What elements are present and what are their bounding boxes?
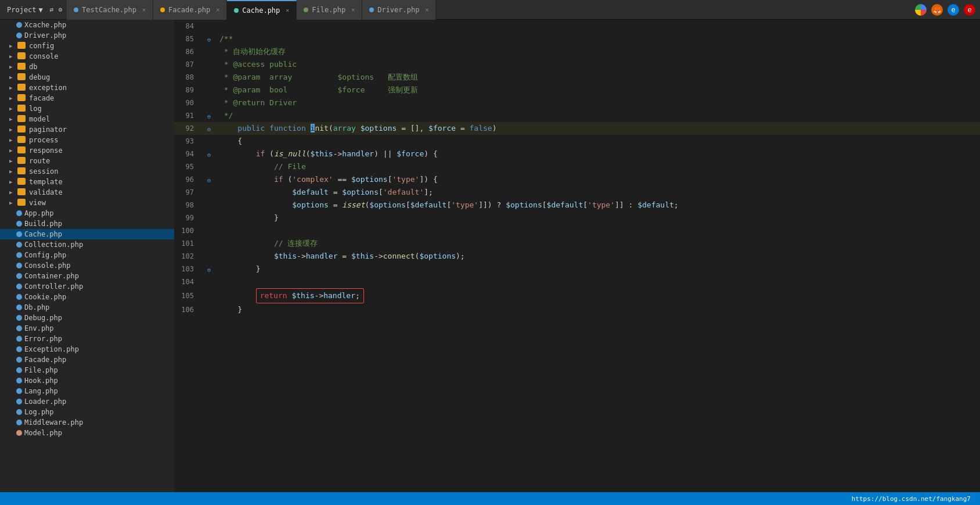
sidebar-label-middleware: Middleware.php — [24, 418, 83, 427]
sidebar-item-debug-file[interactable]: Debug.php — [0, 313, 174, 323]
fold-icon-91[interactable]: ⊖ — [207, 113, 211, 120]
fold-icon-85[interactable]: ⊖ — [207, 37, 211, 43]
sidebar-item-config[interactable]: ▶ config — [0, 41, 174, 51]
folder-arrow-route: ▶ — [9, 158, 17, 164]
sidebar-label-validate: validate — [29, 188, 63, 196]
sidebar-item-env[interactable]: Env.php — [0, 323, 174, 334]
tab-testcache[interactable]: TestCache.php ✕ — [67, 0, 153, 20]
sidebar-item-build[interactable]: Build.php — [0, 219, 174, 229]
tab-file[interactable]: File.php ✕ — [297, 0, 362, 20]
ie-icon: e — [964, 4, 975, 16]
sidebar-item-container[interactable]: Container.php — [0, 271, 174, 281]
sidebar-item-model[interactable]: ▶ model — [0, 114, 174, 124]
code-line-103: 103 ⊖ } — [174, 263, 980, 275]
folder-arrow-exception: ▶ — [9, 85, 17, 91]
file-dot-container — [16, 273, 22, 279]
sidebar-item-cookie[interactable]: Cookie.php — [0, 292, 174, 302]
folder-icon-process — [17, 136, 26, 143]
code-line-104: 104 — [174, 275, 980, 288]
sidebar-item-console-file[interactable]: Console.php — [0, 260, 174, 271]
sidebar-item-controller[interactable]: Controller.php — [0, 281, 174, 292]
sidebar-label-exception-file: Exception.php — [24, 345, 79, 353]
status-url: https://blog.csdn.net/fangkang7 — [852, 495, 971, 503]
tab-close-testcache[interactable]: ✕ — [142, 6, 146, 13]
fold-icon-92[interactable]: ⊖ — [207, 126, 211, 132]
tab-cache[interactable]: Cache.php ✕ — [227, 0, 297, 20]
fold-icon-96[interactable]: ⊖ — [207, 177, 211, 184]
sidebar-item-lang[interactable]: Lang.php — [0, 386, 174, 396]
sidebar-item-error[interactable]: Error.php — [0, 334, 174, 344]
sidebar-item-template[interactable]: ▶ template — [0, 177, 174, 187]
tab-close-cache[interactable]: ✕ — [286, 7, 289, 13]
file-dot-cookie — [16, 294, 22, 300]
sidebar-label-console: console — [29, 52, 59, 60]
sidebar-item-debug[interactable]: ▶ debug — [0, 72, 174, 83]
folder-arrow-db: ▶ — [9, 64, 17, 70]
sidebar-item-session[interactable]: ▶ session — [0, 166, 174, 177]
tab-close-driver[interactable]: ✕ — [425, 6, 428, 13]
file-dot-config — [16, 252, 22, 258]
sidebar-item-console[interactable]: ▶ console — [0, 51, 174, 62]
code-area[interactable]: 84 85 ⊖ /** 86 * 自动初始化缓存 — [174, 20, 980, 492]
sidebar-item-exception[interactable]: ▶ exception — [0, 83, 174, 93]
sidebar-item-db[interactable]: ▶ db — [0, 62, 174, 72]
sidebar-item-middleware[interactable]: Middleware.php — [0, 417, 174, 428]
file-dot-hook — [16, 378, 22, 384]
sidebar-label-route: route — [29, 157, 50, 165]
sidebar-item-file-file[interactable]: File.php — [0, 365, 174, 375]
tab-driver[interactable]: Driver.php ✕ — [362, 0, 436, 20]
sidebar-item-cache[interactable]: Cache.php — [0, 229, 174, 239]
sidebar-item-hook[interactable]: Hook.php — [0, 375, 174, 386]
sidebar-item-validate[interactable]: ▶ validate — [0, 187, 174, 198]
file-dot-log — [16, 409, 22, 415]
sidebar-label-log: log — [29, 105, 42, 113]
sidebar-label-facade: facade — [29, 94, 54, 102]
sidebar-item-response[interactable]: ▶ response — [0, 145, 174, 156]
fold-icon-103[interactable]: ⊖ — [207, 267, 211, 273]
sidebar-item-facade-file[interactable]: Facade.php — [0, 354, 174, 365]
tab-bar: Project ▼ ⇄ ⚙ TestCache.php ✕ Facade.php… — [0, 0, 980, 20]
sidebar-item-facade[interactable]: ▶ facade — [0, 93, 174, 103]
folder-icon-facade — [17, 94, 26, 101]
fold-icon-94[interactable]: ⊖ — [207, 152, 211, 158]
firefox-icon: 🦊 — [931, 4, 943, 16]
sidebar-item-model-file[interactable]: Model.php — [0, 428, 174, 438]
folder-icon-session — [17, 167, 26, 174]
code-line-91: 91 ⊖ */ — [174, 109, 980, 122]
sidebar-item-view[interactable]: ▶ view — [0, 198, 174, 208]
sidebar-item-config[interactable]: Config.php — [0, 250, 174, 260]
sidebar-item-process[interactable]: ▶ process — [0, 135, 174, 145]
tab-dot-cache — [234, 8, 239, 13]
sidebar-label-driver: Driver.php — [24, 31, 66, 40]
folder-arrow-template: ▶ — [9, 179, 17, 185]
folder-icon-model — [17, 115, 26, 122]
code-line-86: 86 * 自动初始化缓存 — [174, 45, 980, 58]
file-dot-debug — [16, 315, 22, 321]
folder-icon-db — [17, 63, 26, 70]
sidebar-label-config-file: Config.php — [24, 251, 66, 259]
sidebar-item-paginator[interactable]: ▶ paginator — [0, 124, 174, 135]
code-line-84: 84 — [174, 20, 980, 33]
sidebar-label-paginator: paginator — [29, 126, 67, 134]
sidebar-item-log[interactable]: ▶ log — [0, 103, 174, 114]
project-title[interactable]: Project ▼ ⇄ ⚙ — [2, 6, 67, 14]
sidebar-item-log-file[interactable]: Log.php — [0, 407, 174, 417]
tab-close-facade[interactable]: ✕ — [216, 6, 219, 13]
sidebar-item-db-file[interactable]: Db.php — [0, 302, 174, 313]
sidebar-label-app: App.php — [24, 209, 54, 217]
folder-arrow-facade: ▶ — [9, 95, 17, 101]
tab-close-file[interactable]: ✕ — [351, 6, 355, 13]
split-icon[interactable]: ⇄ — [50, 6, 54, 13]
sidebar-item-exception-file[interactable]: Exception.php — [0, 344, 174, 354]
sidebar-item-driver[interactable]: Driver.php — [0, 30, 174, 41]
folder-icon-paginator — [17, 126, 26, 132]
sidebar-label-lang: Lang.php — [24, 387, 58, 395]
sidebar-item-route[interactable]: ▶ route — [0, 156, 174, 166]
sidebar-item-app[interactable]: App.php — [0, 208, 174, 219]
sidebar-item-collection[interactable]: Collection.php — [0, 239, 174, 250]
settings-icon[interactable]: ⚙ — [58, 6, 62, 13]
tab-facade[interactable]: Facade.php ✕ — [153, 0, 227, 20]
sidebar-item-xcache[interactable]: Xcache.php — [0, 20, 174, 30]
sidebar-item-loader[interactable]: Loader.php — [0, 396, 174, 407]
tab-label-file: File.php — [312, 6, 345, 14]
